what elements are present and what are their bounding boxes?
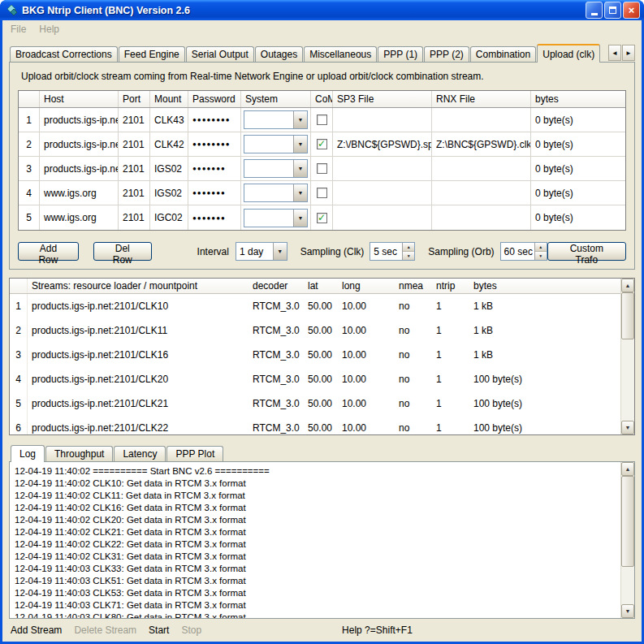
scroll-down-icon[interactable]: ▼ (621, 421, 634, 434)
tab-miscellaneous[interactable]: Miscellaneous (304, 46, 377, 62)
chevron-down-icon[interactable]: ▼ (293, 184, 307, 201)
scrollbar-thumb[interactable] (621, 476, 634, 567)
stream-row[interactable]: 5 products.igs-ip.net:2101/CLK21 RTCM_3.… (10, 391, 634, 416)
rnx-file-cell[interactable]: Z:\BNC${GPSWD}.clk (432, 132, 531, 157)
tab-outages[interactable]: Outages (255, 46, 303, 62)
password-cell[interactable]: ●●●●●●●● (188, 108, 241, 132)
system-cell: ▼ (241, 181, 311, 205)
delete-stream-button[interactable]: Delete Stream (74, 625, 136, 636)
tab-latency[interactable]: Latency (114, 446, 166, 461)
system-dropdown[interactable]: ▼ (244, 159, 308, 178)
chevron-down-icon[interactable]: ▼ (293, 210, 307, 227)
tab-broadcast-corrections[interactable]: Broadcast Corrections (10, 46, 118, 62)
mount-cell[interactable]: CLK42 (150, 132, 188, 157)
port-cell[interactable]: 2101 (119, 157, 150, 181)
password-cell[interactable]: ●●●●●●● (188, 157, 241, 181)
tab-scroll-left-icon[interactable]: ◄ (608, 45, 621, 61)
sp3-file-cell[interactable] (333, 181, 432, 205)
password-cell[interactable]: ●●●●●●● (188, 205, 241, 230)
scroll-up-icon[interactable]: ▲ (621, 462, 634, 476)
tab-ppp-plot[interactable]: PPP Plot (166, 446, 223, 461)
sampling-clk-spinner[interactable]: 5 sec ▲ ▼ (370, 242, 415, 261)
stream-row[interactable]: 2 products.igs-ip.net:2101/CLK11 RTCM_3.… (10, 318, 634, 343)
tab-feed-engine[interactable]: Feed Engine (119, 46, 185, 62)
spin-down-icon[interactable]: ▼ (535, 252, 547, 260)
minimize-button[interactable] (586, 2, 603, 19)
com-checkbox[interactable] (317, 213, 327, 223)
com-checkbox[interactable] (317, 188, 327, 198)
stream-row[interactable]: 6 products.igs-ip.net:2101/CLK22 RTCM_3.… (10, 416, 634, 435)
start-button[interactable]: Start (149, 625, 169, 636)
tab-scroll-right-icon[interactable]: ► (622, 45, 635, 61)
host-cell[interactable]: products.igs-ip.net (40, 108, 119, 132)
scroll-up-icon[interactable]: ▲ (621, 279, 634, 292)
host-cell[interactable]: products.igs-ip.net (40, 132, 119, 157)
com-checkbox[interactable] (317, 115, 327, 125)
rnx-file-cell[interactable] (432, 108, 531, 132)
ntrip-cell: 1 (432, 343, 469, 367)
system-dropdown[interactable]: ▼ (244, 209, 308, 227)
spin-up-icon[interactable]: ▲ (535, 243, 547, 252)
sp3-file-cell[interactable] (333, 205, 432, 230)
chevron-down-icon[interactable]: ▼ (293, 160, 307, 177)
sampling-orb-spinner[interactable]: 60 sec ▲ ▼ (500, 242, 547, 261)
password-cell[interactable]: ●●●●●●● (188, 181, 241, 205)
system-dropdown[interactable]: ▼ (244, 110, 308, 129)
tab-ppp-2[interactable]: PPP (2) (424, 46, 469, 62)
mount-cell[interactable]: IGS02 (150, 157, 188, 181)
chevron-down-icon[interactable]: ▼ (293, 136, 307, 153)
stream-row[interactable]: 3 products.igs-ip.net:2101/CLK16 RTCM_3.… (10, 343, 634, 367)
mount-cell[interactable]: CLK43 (150, 108, 188, 132)
close-button[interactable]: × (623, 2, 640, 19)
mount-cell[interactable]: IGC02 (150, 205, 188, 230)
port-cell[interactable]: 2101 (119, 132, 150, 157)
tab-ppp-1[interactable]: PPP (1) (378, 46, 423, 62)
host-cell[interactable]: products.igs-ip.net (40, 157, 119, 181)
add-stream-button[interactable]: Add Stream (11, 625, 62, 636)
del-row-button[interactable]: Del Row (93, 242, 152, 261)
com-checkbox[interactable] (317, 163, 327, 174)
interval-dropdown[interactable]: 1 day ▼ (236, 242, 287, 261)
sp3-file-cell[interactable]: Z:\/BNC${GPSWD}.sp3 (333, 132, 432, 157)
streams-scrollbar[interactable]: ▲ ▼ (620, 279, 634, 434)
scroll-down-icon[interactable]: ▼ (621, 604, 634, 618)
menu-file[interactable]: File (11, 24, 26, 35)
chevron-down-icon[interactable]: ▼ (293, 111, 307, 128)
row-number: 6 (10, 416, 28, 435)
log-scrollbar[interactable]: ▲ ▼ (620, 462, 634, 618)
system-dropdown[interactable]: ▼ (244, 135, 308, 153)
com-checkbox[interactable] (317, 139, 327, 149)
port-cell[interactable]: 2101 (119, 181, 150, 205)
maximize-button[interactable] (604, 2, 621, 19)
add-row-button[interactable]: Add Row (18, 242, 79, 261)
rnx-file-cell[interactable] (432, 181, 531, 205)
host-cell[interactable]: www.igs.org (40, 181, 119, 205)
port-cell[interactable]: 2101 (119, 108, 150, 132)
stream-row[interactable]: 1 products.igs-ip.net:2101/CLK10 RTCM_3.… (10, 294, 634, 318)
sp3-file-cell[interactable] (333, 108, 432, 132)
password-cell[interactable]: ●●●●●●●● (188, 132, 241, 157)
custom-trafo-button[interactable]: Custom Trafo (547, 242, 626, 261)
mount-cell[interactable]: IGS02 (150, 181, 188, 205)
host-cell[interactable]: www.igs.org (40, 205, 119, 230)
stop-button[interactable]: Stop (181, 625, 201, 636)
tab-upload-clk[interactable]: Upload (clk) (537, 44, 600, 63)
spin-down-icon[interactable]: ▼ (403, 252, 414, 260)
chevron-down-icon[interactable]: ▼ (273, 243, 287, 260)
tab-combination[interactable]: Combination (470, 46, 536, 62)
panel-description: Upload orbit/clock stream coming from Re… (21, 71, 625, 82)
menu-help[interactable]: Help (39, 24, 59, 35)
rnx-file-cell[interactable] (432, 157, 531, 181)
tab-throughput[interactable]: Throughput (45, 446, 113, 461)
upload-panel: Upload orbit/clock stream coming from Re… (9, 62, 635, 270)
nmea-cell: no (395, 416, 432, 435)
port-cell[interactable]: 2101 (119, 205, 150, 230)
stream-row[interactable]: 4 products.igs-ip.net:2101/CLK20 RTCM_3.… (10, 367, 634, 391)
system-dropdown[interactable]: ▼ (244, 184, 308, 202)
rnx-file-cell[interactable] (432, 205, 531, 230)
scrollbar-thumb[interactable] (621, 292, 634, 339)
spin-up-icon[interactable]: ▲ (403, 243, 414, 252)
tab-serial-output[interactable]: Serial Output (186, 46, 254, 62)
tab-log[interactable]: Log (11, 445, 45, 462)
sp3-file-cell[interactable] (333, 157, 432, 181)
